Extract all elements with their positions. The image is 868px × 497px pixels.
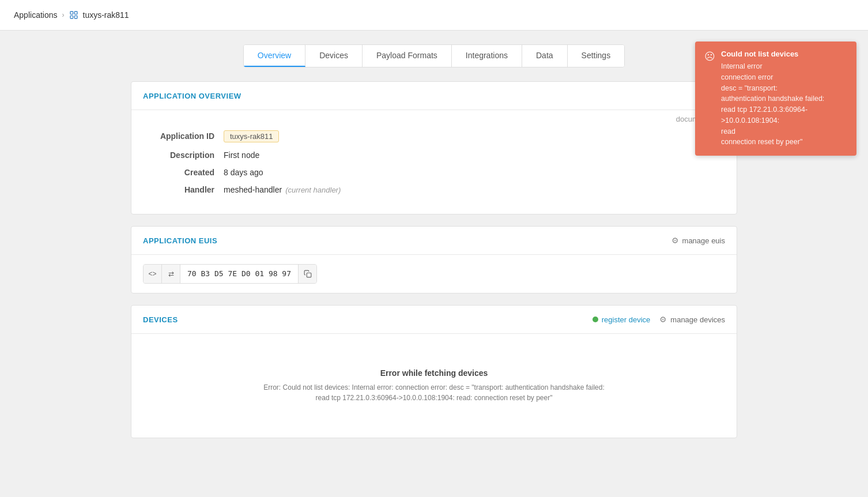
toast-line-6: connection reset by peer" bbox=[721, 137, 847, 148]
app-icon bbox=[69, 10, 78, 20]
devices-actions: register device ⚙ manage devices bbox=[592, 315, 725, 324]
eui-value: 70 B3 D5 7E D0 01 98 97 bbox=[180, 265, 298, 283]
handler-row: Handler meshed-handler(current handler) bbox=[143, 185, 725, 194]
overview-card-header: APPLICATION OVERVIEW bbox=[131, 82, 737, 110]
doc-link-row: documentation bbox=[131, 110, 737, 123]
breadcrumb: Applications › tuxys-rak811 bbox=[0, 0, 868, 31]
manage-euis-gear-icon: ⚙ bbox=[671, 236, 679, 245]
breadcrumb-current: tuxys-rak811 bbox=[83, 10, 129, 20]
euis-card-header: APPLICATION EUIS ⚙ manage euis bbox=[131, 227, 737, 255]
app-id-row: Application ID tuxys-rak811 bbox=[143, 130, 725, 142]
application-overview-card: APPLICATION OVERVIEW documentation Appli… bbox=[131, 81, 737, 214]
toast-sad-icon: ☹ bbox=[704, 50, 715, 63]
overview-section-title: APPLICATION OVERVIEW bbox=[143, 92, 241, 100]
svg-rect-0 bbox=[70, 12, 73, 14]
toast-line-2: desc = "transport: bbox=[721, 83, 847, 94]
tab-data[interactable]: Data bbox=[522, 45, 568, 67]
toast-line-3: authentication handshake failed: bbox=[721, 93, 847, 104]
tab-integrations[interactable]: Integrations bbox=[452, 45, 522, 67]
register-label: register device bbox=[602, 315, 651, 324]
manage-devices-label: manage devices bbox=[670, 315, 725, 324]
svg-rect-1 bbox=[74, 12, 77, 14]
svg-rect-3 bbox=[70, 16, 73, 18]
toast-title: Could not list devices bbox=[721, 50, 847, 58]
description-value: First node bbox=[224, 150, 259, 160]
svg-rect-2 bbox=[74, 16, 77, 18]
register-device-link[interactable]: register device bbox=[592, 315, 651, 324]
handler-label: Handler bbox=[143, 185, 224, 194]
created-value: 8 days ago bbox=[224, 168, 263, 177]
tab-payload-formats[interactable]: Payload Formats bbox=[363, 45, 452, 67]
devices-error-title: Error while fetching devices bbox=[143, 368, 725, 378]
devices-card-header: DEVICES register device ⚙ manage devices bbox=[131, 306, 737, 334]
tab-devices[interactable]: Devices bbox=[305, 45, 363, 67]
handler-name: meshed-handler bbox=[224, 185, 282, 194]
eui-row: <> ⇄ 70 B3 D5 7E D0 01 98 97 bbox=[143, 264, 317, 284]
euis-section-title: APPLICATION EUIS bbox=[143, 236, 217, 245]
tab-overview[interactable]: Overview bbox=[244, 45, 305, 67]
devices-error-section: Error while fetching devices Error: Coul… bbox=[131, 334, 737, 438]
created-label: Created bbox=[143, 168, 224, 177]
toast-line-0: Internal error bbox=[721, 61, 847, 72]
eui-copy-icon[interactable] bbox=[298, 265, 316, 283]
breadcrumb-separator: › bbox=[62, 11, 65, 19]
app-id-badge: tuxys-rak811 bbox=[224, 130, 279, 142]
toast-header: ☹ Could not list devices Internal error … bbox=[704, 50, 847, 148]
eui-swap-icon[interactable]: ⇄ bbox=[162, 265, 180, 283]
toast-notification: ☹ Could not list devices Internal error … bbox=[695, 42, 856, 156]
green-dot-icon bbox=[592, 317, 598, 322]
devices-section-title: DEVICES bbox=[143, 315, 178, 324]
toast-content: Could not list devices Internal error co… bbox=[721, 50, 847, 148]
manage-devices-link[interactable]: ⚙ manage devices bbox=[659, 315, 725, 324]
toast-line-5: read bbox=[721, 126, 847, 137]
breadcrumb-apps-link[interactable]: Applications bbox=[14, 10, 58, 20]
toast-line-4: read tcp 172.21.0.3:60964->10.0.0.108:19… bbox=[721, 104, 847, 126]
description-label: Description bbox=[143, 150, 224, 160]
manage-euis-label: manage euis bbox=[682, 236, 725, 245]
overview-info-table: Application ID tuxys-rak811 Description … bbox=[131, 123, 737, 214]
devices-error-detail: Error: Could not list devices: Internal … bbox=[261, 382, 607, 403]
handler-value: meshed-handler(current handler) bbox=[224, 185, 341, 194]
description-row: Description First node bbox=[143, 150, 725, 160]
created-row: Created 8 days ago bbox=[143, 168, 725, 177]
manage-devices-gear-icon: ⚙ bbox=[659, 315, 667, 324]
tabs-nav: Overview Devices Payload Formats Integra… bbox=[243, 44, 625, 67]
manage-euis-link[interactable]: ⚙ manage euis bbox=[671, 236, 725, 245]
app-id-label: Application ID bbox=[143, 131, 224, 141]
tabs-bar: Overview Devices Payload Formats Integra… bbox=[131, 44, 737, 67]
main-container: Overview Devices Payload Formats Integra… bbox=[117, 31, 751, 464]
application-euis-card: APPLICATION EUIS ⚙ manage euis <> ⇄ 70 B… bbox=[131, 226, 737, 293]
euis-body: <> ⇄ 70 B3 D5 7E D0 01 98 97 bbox=[131, 264, 737, 284]
tab-settings[interactable]: Settings bbox=[568, 45, 625, 67]
devices-card: DEVICES register device ⚙ manage devices… bbox=[131, 305, 737, 438]
svg-rect-4 bbox=[307, 273, 311, 277]
handler-note: (current handler) bbox=[285, 186, 341, 194]
eui-code-icon[interactable]: <> bbox=[144, 265, 162, 283]
toast-line-1: connection error bbox=[721, 72, 847, 83]
